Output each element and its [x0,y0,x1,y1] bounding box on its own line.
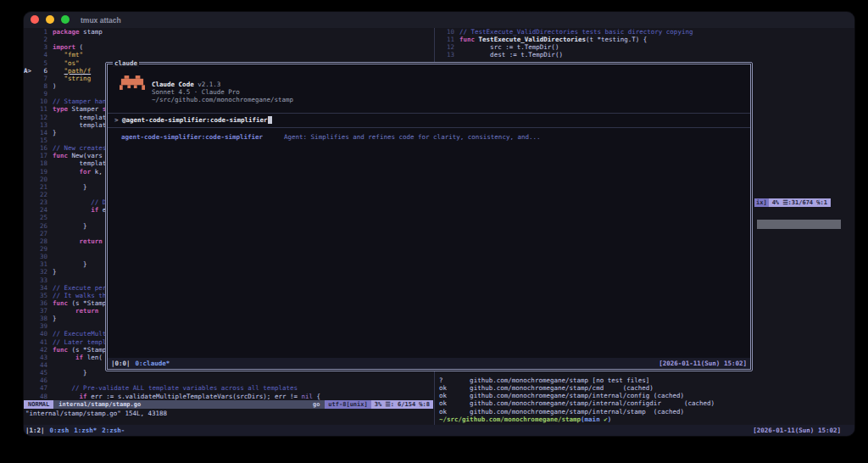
line-number: 16 [37,144,47,152]
prompt-chevron-icon: > [114,116,122,124]
line-number: 22 [37,191,47,198]
input-bottom-divider [108,127,750,128]
gutter-mark [24,59,37,67]
line-number: 19 [37,168,47,176]
gutter-mark [24,36,37,43]
line-number: 40 [37,330,47,337]
line-number: 14 [37,129,47,137]
line-number: 13 [439,51,454,59]
gutter-mark [24,105,37,113]
line-number: 13 [37,121,47,129]
gutter-mark [24,237,37,245]
gutter-mark [24,361,37,369]
line-number: 6 [37,67,47,75]
code-text: func TestExecute_ValidDirectories(t *tes… [459,36,647,43]
code-text: if err := s.validateMultipleTemplateVars… [53,393,320,400]
code-line: 4 "fmt" [24,51,433,59]
terminal-window: tmux attach 1package stamp23import (4 "f… [24,12,854,436]
statusline-filetype: go [313,400,320,409]
prompt-input[interactable]: @agent-code-simplifier:code-simplifier [122,116,268,124]
code-line: 1package stamp [24,28,433,36]
autocomplete-suggestion-row[interactable]: agent-code-simplifier:code-simplifier Ag… [121,133,541,141]
code-text: } [53,183,87,191]
code-text: } [53,369,87,377]
popup-session-indicator: |0:0| [111,360,131,367]
code-text: func (s *Stampe [53,299,110,307]
gutter-mark [24,284,37,292]
gutter-mark [24,51,37,59]
line-number: 9 [37,90,47,98]
tmux-clock: [2026-01-11(Sun) 15:02] [753,427,841,434]
line-number: 36 [37,299,47,307]
tmux-window-1[interactable]: 1:zsh* [74,427,97,434]
line-number: 3 [37,43,47,51]
terminal-pane[interactable]: ? github.com/monochromegane/stamp [no te… [439,377,854,424]
line-number: 46 [37,377,47,384]
tmux-status-bar: |1:2| 0:zsh 1:zsh* 2:zsh- [2026-01-11(Su… [24,425,854,436]
code-text: // Execute perf [53,284,110,292]
gutter-mark [24,214,37,221]
gutter-mark [24,299,37,307]
popup-tmux-status-bar: |0:0| 0:claude* [2026-01-11(Sun) 15:02] [108,358,750,369]
brand-line: Claude Code v2.1.3 [152,81,220,88]
tmux-window-0[interactable]: 0:zsh [50,427,70,434]
code-text: } [53,129,57,137]
gutter-mark [24,114,37,121]
line-number: 2 [37,36,47,43]
statusline-encoding: utf-8[unix] [325,400,370,409]
prompt-input-row[interactable]: > @agent-code-simplifier:code-simplifier [114,116,272,124]
line-number: 17 [37,152,47,159]
vim-statusline-left: NORMAL internal/stamp/stamp.gogo utf-8[u… [24,400,433,409]
claude-logo-icon [120,75,145,90]
tmux-window-2[interactable]: 2:zsh- [102,427,125,434]
minimize-icon[interactable] [46,15,54,24]
gutter-mark [24,322,37,330]
code-text: "path/f [53,67,91,75]
popup-clock: [2026-01-11(Sun) 15:02] [659,360,747,367]
line-number: 4 [37,51,47,59]
code-text: } [53,315,57,322]
line-number: 24 [37,206,47,214]
model-plan-line: Sonnet 4.5 · Claude Pro [152,88,240,96]
line-number: 10 [439,28,454,36]
line-number: 31 [37,260,47,268]
gutter-mark [24,98,37,105]
version-text: v2.1.3 [198,81,220,88]
line-number: 11 [439,36,454,43]
code-line: 10// TestExecute_ValidDirectories tests … [439,28,854,36]
code-text: package stamp [53,28,103,36]
code-text: // Stamper hand [53,98,110,105]
line-number: 28 [37,237,47,245]
gutter-mark [24,230,37,237]
line-number: 44 [37,361,47,369]
code-text: // ExecuteMulti [53,330,110,337]
line-number: 7 [37,75,47,82]
close-icon[interactable] [31,15,39,24]
code-text: // TestExecute_ValidDirectories tests ba… [459,28,693,36]
code-text: src := t.TempDir() [459,43,559,51]
popup-window-claude[interactable]: 0:claude* [136,360,170,367]
gutter-mark [24,276,37,284]
gutter-mark [24,198,37,206]
code-text: // Later templa [53,338,110,346]
line-number: 18 [37,159,47,167]
window-titlebar: tmux attach [24,12,854,28]
line-number: 15 [37,137,47,144]
line-number: 45 [37,369,47,377]
code-text: templat [53,121,106,129]
code-text: for k, [53,168,103,176]
line-number: 26 [37,222,47,230]
code-text: func (s *Stampe [53,346,110,354]
gutter-mark [24,268,37,276]
claude-code-title: Claude Code [152,81,194,88]
zoom-icon[interactable] [61,15,70,24]
gutter-mark [24,393,37,400]
code-line: 46 [24,377,433,384]
shell-prompt: ~/src/github.com/monochromegane/stamp(ma… [439,416,854,423]
terminal-line: ok github.com/monochromegane/stamp/inter… [439,408,854,416]
popup-border-label: claude [113,59,139,67]
gutter-mark [24,43,37,51]
line-number: 48 [37,393,47,400]
gutter-mark [24,346,37,354]
gutter-mark [24,121,37,129]
